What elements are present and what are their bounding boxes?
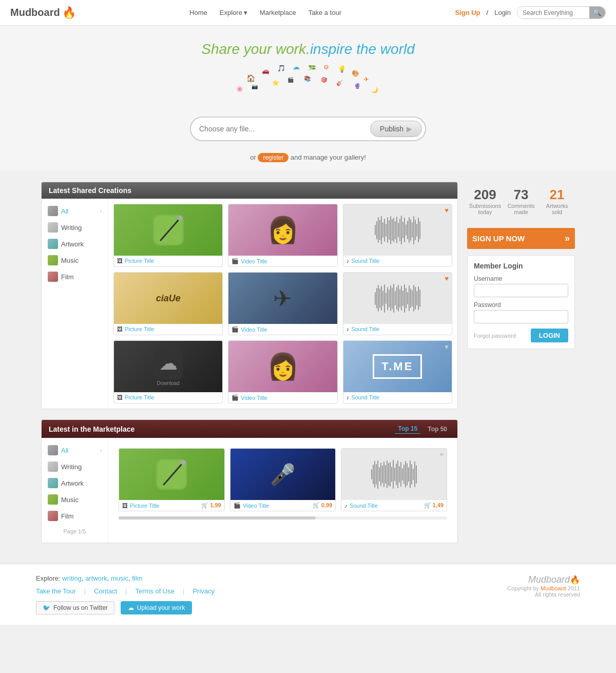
picture-icon: 🖼 (117, 394, 123, 400)
item-link[interactable]: Sound Title (351, 326, 379, 332)
cat-arrow-icon: › (100, 208, 102, 214)
item-link[interactable]: Video Title (241, 258, 267, 264)
mkt-cat-artwork[interactable]: Artwork (42, 475, 108, 491)
forgot-password-link[interactable]: Forgot password (474, 333, 516, 339)
item-link[interactable]: Sound Title (351, 394, 379, 400)
green-app-icon (153, 456, 189, 492)
footer-take-tour[interactable]: Take the Tour (36, 587, 76, 595)
play-icon: ▶ (407, 125, 412, 133)
item-label: ♪ Sound Title (343, 392, 452, 402)
twitter-label: Follow us on Twitter (53, 604, 108, 611)
nav-explore[interactable]: Explore ▾ (220, 9, 247, 16)
scroll-thumb (119, 516, 316, 520)
scroll-bar[interactable] (119, 516, 447, 520)
item-link[interactable]: Video Title (243, 503, 269, 509)
cat-film[interactable]: Film (42, 268, 108, 285)
mkt-cat-music[interactable]: Music (42, 491, 108, 508)
picture-icon: 🖼 (122, 503, 128, 509)
item-link[interactable]: Sound Title (350, 503, 378, 509)
cart-icon: 🛒 (201, 502, 208, 508)
sound-icon: ♪ (346, 258, 350, 264)
item-link[interactable]: Sound Title (351, 258, 379, 264)
username-label: Username (474, 275, 568, 282)
nav-home[interactable]: Home (189, 9, 207, 16)
signup-now-button[interactable]: SIGN UP NOW » (467, 228, 575, 249)
footer-music-link[interactable]: music (111, 574, 128, 582)
content-area: Latest Shared Creations All › Writing (41, 182, 458, 553)
marketplace-section-body: All › Writing Artwork Music (42, 438, 457, 543)
footer-copyright: Copyright by Mudboard 2011 (507, 585, 580, 591)
footer-artwork-link[interactable]: artwork (85, 574, 107, 582)
item-link[interactable]: Picture Title (125, 394, 154, 400)
right-sidebar: 209 Submissionstoday 73 Commentsmade 21 … (467, 182, 575, 553)
item-link[interactable]: Picture Title (130, 503, 159, 509)
brand-link[interactable]: Mudboard (541, 585, 566, 591)
item-link[interactable]: Picture Title (125, 326, 154, 332)
latest-section-title: Latest Shared Creations (49, 186, 131, 195)
grid-item[interactable]: ♥ ♪ Sound Title (343, 204, 452, 267)
footer-writing-link[interactable]: writing (62, 574, 82, 582)
grid-item[interactable]: 🖼 Picture Title 🛒 1,99 (119, 448, 225, 511)
item-label: ♪ Sound Title (343, 324, 452, 334)
nav-marketplace[interactable]: Marketplace (260, 9, 296, 16)
login-link[interactable]: Login (494, 9, 511, 16)
cat-music[interactable]: Music (42, 252, 108, 268)
cat-writing[interactable]: Writing (42, 219, 108, 236)
grid-item[interactable]: 👩 🎬 Video Title (228, 204, 337, 267)
file-input[interactable] (199, 125, 370, 133)
signup-link[interactable]: Sign Up (455, 9, 480, 16)
footer-links: Take the Tour | Contact | Terms of Use |… (36, 587, 215, 595)
grid-item[interactable]: 👩 🎬 Video Title (228, 340, 337, 403)
grid-item[interactable]: ciaUe 🖼 Picture Title (113, 272, 223, 335)
marketplace-section: Latest in the Marketplace Top 15 Top 50 … (41, 419, 458, 543)
search-input[interactable] (517, 7, 589, 18)
footer-contact[interactable]: Contact (94, 587, 117, 595)
marketplace-section-header: Latest in the Marketplace Top 15 Top 50 (42, 420, 457, 438)
mkt-cat-film[interactable]: Film (42, 508, 108, 524)
footer-privacy[interactable]: Privacy (192, 587, 215, 595)
search-button[interactable]: 🔍 (589, 7, 605, 18)
svg-text:📷: 📷 (252, 83, 258, 90)
footer-film-link[interactable]: film (132, 574, 142, 582)
top15-tab[interactable]: Top 15 (395, 424, 420, 434)
login-button[interactable]: LOGIN (531, 329, 568, 342)
waveform-display (375, 215, 420, 245)
publish-button[interactable]: Publish ▶ (370, 121, 422, 137)
grid-item[interactable]: ♥ ♪ Sound Title 🛒 1,49 (341, 448, 447, 511)
top50-tab[interactable]: Top 50 (425, 425, 450, 434)
stat-number-comments: 73 (503, 188, 539, 201)
item-link[interactable]: Picture Title (125, 258, 154, 264)
hero-cloud-illustration: 🏠 🚗 🎵 ☁ 🌿 ⚙ 💡 🎨 ✈ 🌸 📷 ⭐ 🎬 📚 🎯 🎸 🔮 🌙 (221, 65, 395, 111)
cat-artwork[interactable]: Artwork (42, 236, 108, 252)
svg-text:📚: 📚 (304, 75, 311, 82)
mkt-cat-writing[interactable]: Writing (42, 458, 108, 475)
item-link[interactable]: Video Title (241, 326, 267, 333)
svg-text:🏠: 🏠 (246, 74, 256, 83)
password-input[interactable] (474, 310, 568, 323)
item-label: 🖼 Picture Title 🛒 1,99 (119, 500, 224, 511)
grid-item[interactable]: ☁ Download 🖼 Picture Title (113, 340, 223, 403)
nav-take-tour[interactable]: Take a tour (309, 9, 341, 16)
latest-items-grid: 🖼 Picture Title 👩 🎬 Video Title (108, 199, 457, 409)
upload-work-button[interactable]: ☁ Upload your work (121, 601, 192, 614)
stat-comments: 73 Commentsmade (503, 188, 539, 215)
cat-all[interactable]: All › (42, 203, 108, 219)
grid-item[interactable]: 🎤 🎬 Video Title 🛒 0,99 (230, 448, 336, 511)
footer-terms[interactable]: Terms of Use (135, 587, 175, 595)
sound-icon: ♪ (346, 326, 350, 332)
grid-item[interactable]: ♥ ♪ Sound Title (343, 272, 452, 335)
grid-item[interactable]: ♥ T.ME ♪ Sound Title (343, 340, 452, 403)
mkt-cat-all[interactable]: All › (42, 442, 108, 458)
twitter-button[interactable]: 🐦 Follow us on Twitter (36, 601, 114, 614)
grid-item[interactable]: ✈ 🎬 Video Title (228, 272, 337, 335)
heart-icon: ♥ (439, 451, 444, 458)
marketplace-tabs: Top 15 Top 50 (395, 424, 450, 434)
svg-text:🌙: 🌙 (371, 86, 378, 93)
username-input[interactable] (474, 284, 568, 297)
item-link[interactable]: Video Title (241, 395, 267, 401)
footer-logo: Mudboard🔥 (507, 574, 580, 585)
stat-submissions: 209 Submissionstoday (467, 188, 503, 215)
register-button[interactable]: register (258, 153, 288, 162)
grid-item[interactable]: 🖼 Picture Title (113, 204, 223, 267)
marketplace-grid-wrapper: 🖼 Picture Title 🛒 1,99 🎤 (108, 438, 457, 543)
